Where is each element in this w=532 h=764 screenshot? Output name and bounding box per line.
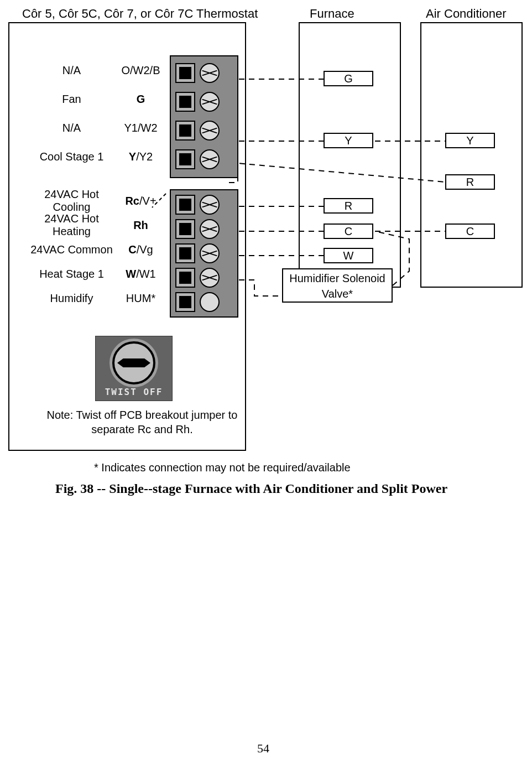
footnote: * Indicates connection may not be requir…: [94, 461, 351, 474]
terminal-label: Rh: [117, 219, 164, 232]
terminal-row: FanG: [26, 91, 170, 107]
furnace-terminal-r: R: [324, 198, 373, 214]
twist-label: TWIST OFF: [105, 387, 163, 397]
furnace-terminal-g: G: [324, 71, 373, 86]
terminal-block-upper: [170, 55, 238, 178]
terminal-label: O/W2/B: [117, 64, 164, 77]
terminal-row: Heat Stage 1W/W1: [26, 266, 170, 282]
header-thermostat: Côr 5, Côr 5C, Côr 7, or Côr 7C Thermost…: [22, 7, 258, 21]
twist-note: Note: Twist off PCB breakout jumper to s…: [40, 408, 244, 436]
terminal-row: 24VAC Hot CoolingRc/V+: [26, 193, 170, 209]
terminal-row: N/AO/W2/B: [26, 62, 170, 79]
terminal-label: HUM*: [117, 292, 164, 305]
terminal-desc: Heat Stage 1: [26, 268, 117, 280]
furnace-terminal-c: C: [324, 224, 373, 239]
furnace-terminal-y: Y: [324, 133, 373, 148]
terminal-desc: N/A: [26, 64, 117, 77]
terminal-desc: Fan: [26, 93, 117, 106]
terminal-desc: 24VAC Hot Heating: [26, 212, 117, 238]
terminal-label: Rc/V+: [117, 195, 164, 207]
page-number: 54: [257, 741, 269, 756]
thermostat-box: N/AO/W2/BFanGN/AY1/W2Cool Stage 1Y/Y2 24…: [8, 22, 246, 451]
terminal-desc: 24VAC Common: [26, 243, 117, 256]
terminal-row: N/AY1/W2: [26, 119, 170, 136]
terminal-label: G: [117, 93, 164, 106]
terminal-block-lower: [170, 189, 238, 318]
figure-caption: Fig. 38 -- Single--stage Furnace with Ai…: [55, 481, 447, 496]
terminal-row: Cool Stage 1Y/Y2: [26, 148, 170, 165]
humidifier-box: Humidifier Solenoid Valve*: [282, 268, 393, 303]
terminal-desc: Humidify: [26, 292, 117, 305]
terminal-label: W/W1: [117, 268, 164, 280]
header-airconditioner: Air Conditioner: [426, 7, 507, 21]
furnace-terminal-w: W: [324, 248, 373, 263]
ac-terminal-c: C: [445, 224, 495, 239]
terminal-row: 24VAC Hot HeatingRh: [26, 217, 170, 233]
page: Côr 5, Côr 5C, Côr 7, or Côr 7C Thermost…: [0, 0, 532, 764]
ac-terminal-y: Y: [445, 133, 495, 148]
terminal-desc: Cool Stage 1: [26, 150, 117, 163]
ac-terminal-r: R: [445, 174, 495, 190]
twist-icon: [112, 341, 155, 384]
header-furnace: Furnace: [310, 7, 354, 21]
terminal-label: Y1/W2: [117, 122, 164, 134]
terminal-desc: 24VAC Hot Cooling: [26, 188, 117, 214]
humidifier-label: Humidifier Solenoid Valve*: [289, 272, 385, 300]
twist-off-graphic: TWIST OFF: [95, 336, 173, 401]
terminal-label: Y/Y2: [117, 150, 164, 163]
terminal-label: C/Vg: [117, 243, 164, 256]
ac-box: [420, 22, 523, 288]
terminal-row: HumidifyHUM*: [26, 290, 170, 306]
terminal-row: 24VAC CommonC/Vg: [26, 241, 170, 258]
terminal-desc: N/A: [26, 122, 117, 134]
